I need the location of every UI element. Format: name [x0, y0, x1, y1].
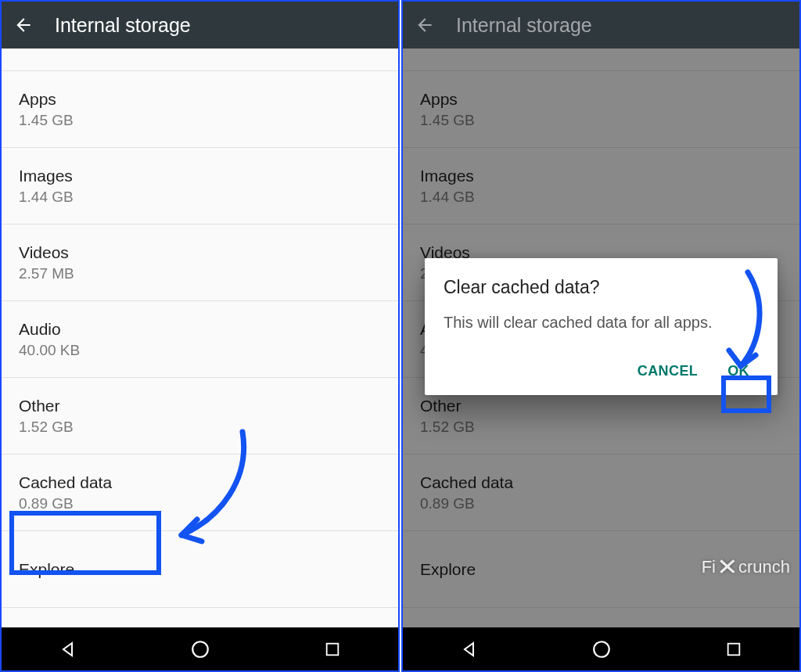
svg-point-2 [594, 641, 609, 657]
watermark-left: Fi [702, 557, 716, 577]
arrow-back-icon [13, 15, 34, 35]
row-label: Other [19, 397, 381, 415]
row-size: 40.00 KB [19, 342, 381, 359]
header-spacer [2, 49, 398, 71]
row-size: 1.44 GB [19, 189, 381, 206]
square-recents-icon [725, 641, 742, 658]
back-button[interactable] [11, 13, 36, 38]
row-label: Audio [19, 320, 381, 339]
dialog-actions: CANCEL OK [444, 357, 759, 386]
nav-home[interactable] [189, 638, 211, 660]
clear-cache-dialog: Clear cached data? This will clear cache… [425, 258, 778, 395]
triangle-back-icon [59, 640, 77, 659]
cancel-button[interactable]: CANCEL [628, 357, 707, 386]
row-videos[interactable]: Videos 2.57 MB [2, 225, 398, 301]
nav-back[interactable] [57, 638, 79, 660]
page-title: Internal storage [456, 14, 592, 37]
row-size: 1.45 GB [19, 112, 381, 129]
circle-home-icon [591, 639, 612, 659]
nav-recents[interactable] [321, 638, 343, 660]
square-recents-icon [324, 641, 341, 658]
nav-recents[interactable] [723, 638, 745, 660]
row-label: Apps [19, 90, 381, 109]
row-label: Cached data [19, 473, 381, 492]
x-icon: ✕ [717, 553, 738, 580]
row-size: 2.57 MB [19, 265, 381, 282]
page-title: Internal storage [55, 14, 191, 37]
annotation-highlight-cached [9, 511, 161, 575]
circle-home-icon [190, 639, 210, 659]
phone-right: Internal storage Apps 1.45 GB Images 1.4… [401, 0, 801, 672]
svg-point-0 [192, 641, 208, 657]
row-label: Images [19, 167, 381, 185]
app-bar: Internal storage [2, 2, 398, 49]
app-bar: Internal storage [403, 2, 799, 49]
row-apps[interactable]: Apps 1.45 GB [2, 71, 398, 148]
nav-bar [403, 627, 799, 670]
nav-back[interactable] [458, 638, 480, 660]
watermark: Fi ✕ crunch [702, 553, 790, 580]
row-audio[interactable]: Audio 40.00 KB [2, 301, 398, 378]
watermark-right: crunch [738, 557, 790, 577]
arrow-back-icon [415, 15, 435, 35]
phone-left: Internal storage Apps 1.45 GB Images 1.4… [0, 0, 400, 672]
storage-list: Apps 1.45 GB Images 1.44 GB Videos 2.57 … [403, 49, 799, 627]
back-button[interactable] [412, 13, 437, 38]
row-other[interactable]: Other 1.52 GB [2, 378, 398, 455]
dialog-title: Clear cached data? [444, 277, 759, 298]
svg-rect-1 [326, 643, 338, 655]
annotation-highlight-ok [721, 376, 771, 413]
nav-bar [2, 627, 398, 670]
row-images[interactable]: Images 1.44 GB [2, 148, 398, 225]
nav-home[interactable] [591, 638, 612, 660]
triangle-back-icon [460, 640, 479, 659]
dialog-body: This will clear cached data for all apps… [444, 312, 759, 333]
tutorial-side-by-side: Internal storage Apps 1.45 GB Images 1.4… [0, 0, 801, 672]
row-size: 1.52 GB [19, 419, 381, 436]
row-label: Videos [19, 243, 381, 262]
svg-rect-3 [727, 643, 739, 655]
row-size: 0.89 GB [19, 495, 381, 512]
